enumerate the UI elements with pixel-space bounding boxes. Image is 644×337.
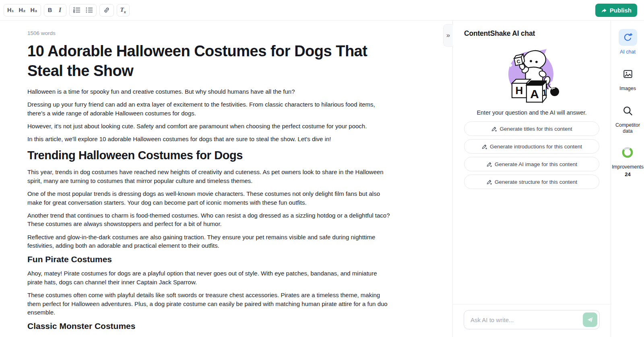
pencil-sparkle-icon: [491, 126, 497, 132]
sidebar-label-images: Images: [619, 86, 636, 92]
paragraph[interactable]: Reflective and glow-in-the-dark costumes…: [27, 233, 392, 250]
images-icon: [623, 69, 633, 79]
competitor-data-icon-box: [619, 102, 637, 119]
generate-titles-button[interactable]: Generate titles for this content: [464, 121, 599, 136]
ai-chat-icon: [623, 33, 633, 43]
paragraph[interactable]: One of the most popular trends is dressi…: [27, 189, 392, 207]
link-group: [99, 4, 114, 16]
top-toolbar: H₁ H₂ H₃ B I: [0, 0, 644, 21]
list-group: [69, 4, 97, 16]
chevron-right-icon: »: [446, 31, 450, 39]
pencil-sparkle-icon: [486, 161, 492, 167]
ask-ai-input[interactable]: [464, 310, 600, 329]
word-count: 1506 words: [27, 30, 452, 36]
section-heading-trending[interactable]: Trending Halloween Costumes for Dogs: [27, 148, 452, 162]
pencil-sparkle-icon: [486, 179, 492, 185]
ordered-list-icon: [73, 7, 80, 13]
heading3-button[interactable]: H₃: [28, 5, 39, 16]
paragraph[interactable]: These costumes often come with playful d…: [27, 291, 392, 317]
ai-chat-panel: » ContentShake AI chat C: [453, 21, 611, 337]
article-editor[interactable]: 1506 words 10 Adorable Halloween Costume…: [0, 21, 453, 337]
action-label: Generate structure for this content: [495, 179, 577, 185]
generate-structure-button[interactable]: Generate structure for this content: [464, 175, 599, 189]
paragraph[interactable]: Halloween is a time for spooky fun and c…: [27, 87, 392, 96]
sidebar-label-ai-chat: AI chat: [620, 49, 636, 55]
link-icon: [103, 6, 110, 14]
clear-format-group: Tx: [117, 4, 130, 16]
generate-introductions-button[interactable]: Generate introductions for this content: [464, 139, 599, 154]
formatting-toolbar: H₁ H₂ H₃ B I: [4, 4, 130, 16]
clear-formatting-icon: Tx: [120, 6, 126, 14]
improvements-count: 24: [625, 171, 630, 177]
action-label: Generate introductions for this content: [490, 144, 582, 150]
collapse-panel-button[interactable]: »: [443, 24, 453, 47]
search-icon: [622, 105, 633, 116]
bullet-list-button[interactable]: [83, 5, 95, 16]
sidebar-item-ai-chat[interactable]: AI chat: [619, 29, 637, 55]
bullet-list-icon: [85, 7, 93, 13]
italic-button[interactable]: I: [55, 5, 65, 16]
svg-text:A: A: [530, 87, 539, 101]
improvements-icon-box: [618, 144, 637, 161]
chat-panel-title: ContentShake AI chat: [464, 29, 611, 38]
heading1-button[interactable]: H₁: [5, 5, 16, 16]
action-label: Generate AI image for this content: [495, 161, 577, 167]
action-label: Generate titles for this content: [500, 126, 572, 132]
chat-input-footer: [453, 304, 611, 337]
send-plane-icon: [586, 316, 594, 323]
ai-chat-icon-box: [619, 29, 637, 46]
sidebar-item-improvements[interactable]: Improvements 24: [612, 144, 644, 177]
sidebar-item-images[interactable]: Images: [619, 66, 637, 92]
article-body[interactable]: 10 Adorable Halloween Costumes for Dogs …: [27, 41, 452, 331]
improvements-donut-icon: [621, 146, 634, 158]
sidebar-label-improvements: Improvements: [612, 164, 644, 170]
pencil-sparkle-icon: [481, 144, 487, 150]
robot-illustration: C H A 1: [501, 44, 562, 105]
paragraph[interactable]: Dressing up your furry friend can add an…: [27, 100, 392, 117]
publish-label: Publish: [610, 7, 632, 14]
bold-button[interactable]: B: [45, 5, 55, 16]
subsection-heading-monster[interactable]: Classic Monster Costumes: [27, 321, 452, 331]
heading-group: H₁ H₂ H₃: [4, 4, 41, 16]
generate-ai-image-button[interactable]: Generate AI image for this content: [464, 157, 599, 171]
robot-illustration-wrap: C H A 1: [453, 44, 611, 105]
sidebar-label-competitor-data: Competitor data: [611, 122, 644, 134]
ordered-list-button[interactable]: [70, 5, 83, 16]
images-icon-box: [619, 66, 637, 82]
publish-button[interactable]: Publish: [595, 4, 637, 17]
link-button[interactable]: [101, 5, 113, 16]
generate-actions: Generate titles for this content Generat…: [453, 121, 611, 189]
paragraph[interactable]: In this article, we'll explore 10 adorab…: [27, 135, 392, 144]
article-title[interactable]: 10 Adorable Halloween Costumes for Dogs …: [27, 41, 388, 81]
style-group: B I: [44, 4, 66, 16]
clear-formatting-button[interactable]: Tx: [118, 5, 128, 16]
subsection-heading-pirate[interactable]: Fun Pirate Costumes: [27, 254, 452, 265]
svg-text:1: 1: [541, 88, 547, 98]
send-button[interactable]: [583, 312, 597, 327]
paragraph[interactable]: Ahoy, matey! Pirate costumes for dogs ar…: [27, 269, 392, 286]
chat-prompt-text: Enter your question and the AI will answ…: [453, 109, 611, 116]
sidebar-item-competitor-data[interactable]: Competitor data: [611, 102, 644, 134]
paragraph[interactable]: However, it's not just about looking cut…: [27, 122, 392, 131]
publish-arrow-icon: [601, 8, 607, 13]
paragraph[interactable]: This year, trends in dog costumes have r…: [27, 168, 392, 185]
paragraph[interactable]: Another trend that continues to charm is…: [27, 211, 392, 228]
italic-icon: I: [59, 6, 61, 14]
right-sidebar: AI chat Images Competitor data I: [611, 21, 644, 337]
svg-text:H: H: [516, 84, 523, 97]
heading2-button[interactable]: H₂: [16, 5, 28, 16]
